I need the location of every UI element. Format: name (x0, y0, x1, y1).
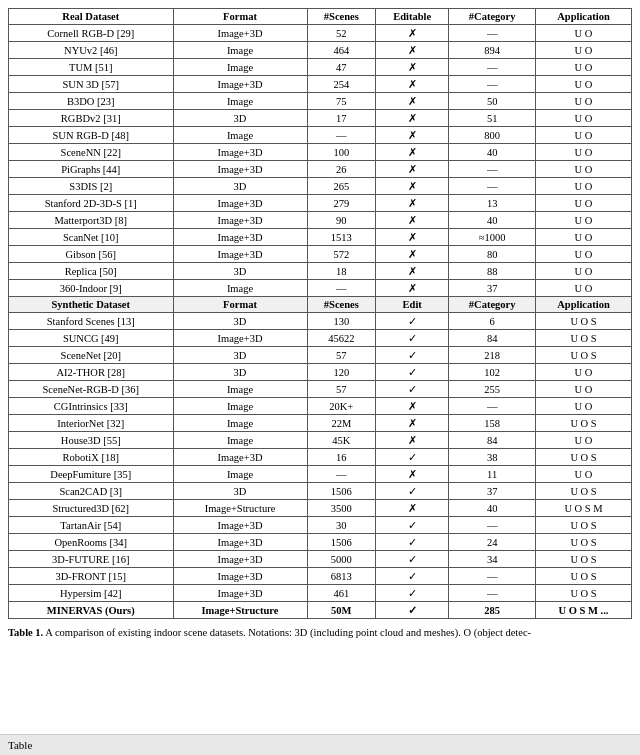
cell: — (307, 127, 376, 144)
cell: CGIntrinsics [33] (9, 398, 174, 415)
cell: SceneNet [20] (9, 347, 174, 364)
cell: Image+Structure (173, 602, 307, 619)
cell: 47 (307, 59, 376, 76)
comparison-table: Real Dataset Format #Scenes Editable #Ca… (8, 8, 632, 619)
cell: ✓ (376, 449, 449, 466)
cell: 120 (307, 364, 376, 381)
cell: 37 (449, 280, 536, 297)
cell: ✓ (376, 330, 449, 347)
cell: Stanford Scenes [13] (9, 313, 174, 330)
cell: 130 (307, 313, 376, 330)
cell: ✗ (376, 127, 449, 144)
cell: 102 (449, 364, 536, 381)
cell: ✗ (376, 195, 449, 212)
cell: U O (536, 59, 632, 76)
cell: Image+3D (173, 161, 307, 178)
cell: ✗ (376, 212, 449, 229)
cell: Image (173, 127, 307, 144)
cell: — (449, 161, 536, 178)
cell: ✓ (376, 585, 449, 602)
cell: U O S (536, 568, 632, 585)
cell: SceneNN [22] (9, 144, 174, 161)
cell: 218 (449, 347, 536, 364)
cell: — (307, 466, 376, 483)
cell: U O S (536, 313, 632, 330)
caption-label: Table 1. (8, 627, 43, 638)
bottom-bar: Table (0, 734, 640, 755)
cell: Structured3D [62] (9, 500, 174, 517)
synthetic-data-row: Scan2CAD [3]3D1506✓37U O S (9, 483, 632, 500)
cell: — (449, 25, 536, 42)
cell: Image (173, 381, 307, 398)
cell: U O S M (536, 500, 632, 517)
cell: 254 (307, 76, 376, 93)
cell: 84 (449, 330, 536, 347)
cell: U O (536, 161, 632, 178)
cell: ✗ (376, 229, 449, 246)
cell: 88 (449, 263, 536, 280)
cell: 84 (449, 432, 536, 449)
cell: Image (173, 466, 307, 483)
cell: U O (536, 466, 632, 483)
cell: ✗ (376, 432, 449, 449)
cell: 57 (307, 347, 376, 364)
cell: 3D (173, 364, 307, 381)
cell: RobotiX [18] (9, 449, 174, 466)
cell: 3D (173, 483, 307, 500)
real-header-row: Real Dataset Format #Scenes Editable #Ca… (9, 9, 632, 25)
real-data-row: NYUv2 [46]Image464✗894U O (9, 42, 632, 59)
cell: U O (536, 144, 632, 161)
synthetic-data-row: InteriorNet [32]Image22M✗158U O S (9, 415, 632, 432)
cell: 22M (307, 415, 376, 432)
cell: 80 (449, 246, 536, 263)
cell: ✓ (376, 381, 449, 398)
cell: 38 (449, 449, 536, 466)
cell: DeepFumiture [35] (9, 466, 174, 483)
real-data-row: Cornell RGB-D [29]Image+3D52✗—U O (9, 25, 632, 42)
caption-text: A comparison of existing indoor scene da… (43, 627, 531, 638)
cell: NYUv2 [46] (9, 42, 174, 59)
cell: 26 (307, 161, 376, 178)
cell: U O (536, 263, 632, 280)
cell: 18 (307, 263, 376, 280)
cell: ✗ (376, 398, 449, 415)
synthetic-data-row: SUNCG [49]Image+3D45622✓84U O S (9, 330, 632, 347)
cell: 51 (449, 110, 536, 127)
cell: Replica [50] (9, 263, 174, 280)
cell: Image+3D (173, 534, 307, 551)
cell: Image (173, 280, 307, 297)
cell: Image+3D (173, 568, 307, 585)
cell: ✗ (376, 76, 449, 93)
cell: ✗ (376, 280, 449, 297)
cell: 285 (449, 602, 536, 619)
cell: Stanford 2D-3D-S [1] (9, 195, 174, 212)
synthetic-data-row: CGIntrinsics [33]Image20K+✗—U O (9, 398, 632, 415)
cell: U O S (536, 534, 632, 551)
cell: Image+3D (173, 551, 307, 568)
cell: Image+3D (173, 212, 307, 229)
cell: TartanAir [54] (9, 517, 174, 534)
cell: 255 (449, 381, 536, 398)
cell: Image+3D (173, 330, 307, 347)
cell: ≈1000 (449, 229, 536, 246)
cell: U O (536, 93, 632, 110)
cell: TUM [51] (9, 59, 174, 76)
cell: ✓ (376, 568, 449, 585)
real-data-row: Replica [50]3D18✗88U O (9, 263, 632, 280)
cell: Scan2CAD [3] (9, 483, 174, 500)
cell: 265 (307, 178, 376, 195)
header-category: #Category (449, 9, 536, 25)
cell: 3D (173, 313, 307, 330)
cell: ✓ (376, 551, 449, 568)
cell: 1513 (307, 229, 376, 246)
cell: 1506 (307, 483, 376, 500)
cell: S3DIS [2] (9, 178, 174, 195)
cell: ✓ (376, 364, 449, 381)
cell: 17 (307, 110, 376, 127)
real-data-row: ScanNet [10]Image+3D1513✗≈1000U O (9, 229, 632, 246)
cell: Image+3D (173, 25, 307, 42)
cell: Image (173, 93, 307, 110)
cell: Image (173, 42, 307, 59)
cell: 34 (449, 551, 536, 568)
cell: 800 (449, 127, 536, 144)
